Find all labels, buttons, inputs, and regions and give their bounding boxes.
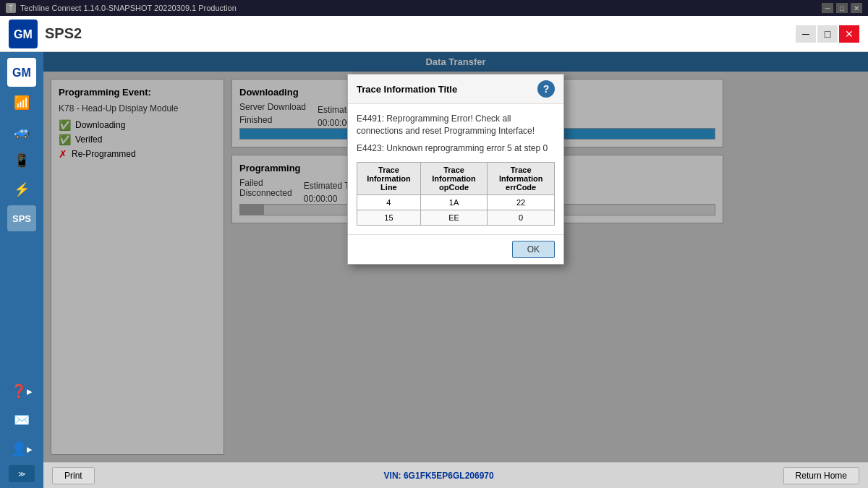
trace-table: Trace Information Line Trace Information… <box>357 162 555 226</box>
vin-text: VIN: 6G1FK5EP6GL206970 <box>384 471 494 481</box>
wifi-icon: 📶 <box>14 95 30 111</box>
svg-text:GM: GM <box>12 67 31 79</box>
error-text-1: E4491: Reprogramming Error! Check all co… <box>357 113 555 137</box>
sidebar-item-user[interactable]: 👤 ▶ <box>7 436 36 462</box>
error-text-2: E4423: Unknown reprogramming error 5 at … <box>357 143 555 153</box>
main-content: Data Transfer Programming Event: K78 - H… <box>43 52 868 488</box>
trace-info-modal: Trace Information Title ? E4491: Reprogr… <box>347 74 564 265</box>
sidebar: GM 📶 🚙 📱 ⚡ SPS ❓ ▶ <box>0 52 43 488</box>
sidebar-item-dashboard[interactable]: ⚡ <box>7 176 36 202</box>
trace-col-header-line: Trace Information Line <box>357 162 421 194</box>
title-close-button[interactable]: ✕ <box>851 3 862 13</box>
app-header: GM SPS2 ─ □ ✕ <box>0 16 868 52</box>
footer: Print VIN: 6G1FK5EP6GL206970 Return Home <box>43 462 868 488</box>
mail-icon: ✉️ <box>14 412 30 428</box>
trace-col-header-opcode: Trace Information opCode <box>420 162 487 194</box>
sidebar-item-device[interactable]: 📱 <box>7 147 36 174</box>
return-home-button[interactable]: Return Home <box>783 467 859 484</box>
sidebar-bottom: ❓ ▶ ✉️ 👤 ▶ ≫ <box>7 378 36 482</box>
sidebar-item-help[interactable]: ❓ ▶ <box>7 378 36 404</box>
app-window: GM SPS2 ─ □ ✕ GM 📶 🚙 📱 <box>0 16 868 488</box>
sidebar-item-vehicle[interactable]: 🚙 <box>7 119 36 145</box>
modal-help-button[interactable]: ? <box>537 80 555 98</box>
help-icon: ❓ <box>11 383 27 399</box>
sps-icon: SPS <box>12 213 31 224</box>
modal-title: Trace Information Title <box>357 84 457 95</box>
sidebar-gm-logo: GM <box>7 58 36 87</box>
modal-overlay: Trace Information Title ? E4491: Reprogr… <box>43 52 868 462</box>
app-maximize-button[interactable]: □ <box>817 25 838 43</box>
svg-text:GM: GM <box>14 28 33 40</box>
table-row: 15EE0 <box>357 210 555 225</box>
print-button[interactable]: Print <box>52 467 95 484</box>
app-icon: T <box>6 3 16 13</box>
sidebar-expand-button[interactable]: ≫ <box>9 465 35 482</box>
modal-header: Trace Information Title ? <box>348 74 563 104</box>
gm-logo: GM <box>9 20 38 48</box>
device-icon: 📱 <box>14 153 30 168</box>
sidebar-item-wifi[interactable]: 📶 <box>7 90 36 116</box>
modal-footer: OK <box>348 234 563 264</box>
ok-button[interactable]: OK <box>512 241 555 258</box>
sidebar-item-mail[interactable]: ✉️ <box>7 407 36 433</box>
table-row: 41A22 <box>357 194 555 210</box>
vehicle-icon: 🚙 <box>14 124 30 140</box>
app-title: SPS2 <box>45 25 82 42</box>
title-bar: T Techline Connect 1.14.0-SNAPSHOT 20220… <box>0 0 868 16</box>
header-controls: ─ □ ✕ <box>796 25 859 43</box>
dashboard-icon: ⚡ <box>14 181 30 197</box>
sidebar-item-sps[interactable]: SPS <box>7 205 36 231</box>
app-close-button[interactable]: ✕ <box>839 25 859 43</box>
title-maximize-button[interactable]: □ <box>836 3 848 13</box>
modal-body: E4491: Reprogramming Error! Check all co… <box>348 104 563 234</box>
user-icon: 👤 <box>11 441 27 457</box>
trace-col-header-errcode: Trace Information errCode <box>488 162 555 194</box>
app-minimize-button[interactable]: ─ <box>796 25 816 43</box>
title-bar-text: Techline Connect 1.14.0-SNAPSHOT 2022030… <box>20 4 237 12</box>
app-body: GM 📶 🚙 📱 ⚡ SPS ❓ ▶ <box>0 52 868 488</box>
title-bar-controls: ─ □ ✕ <box>822 3 862 13</box>
title-minimize-button[interactable]: ─ <box>822 3 833 13</box>
